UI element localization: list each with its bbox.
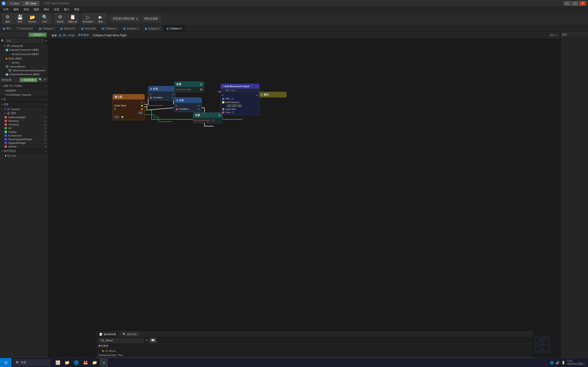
component-search-input[interactable] [5, 39, 44, 43]
bp-canvas[interactable]: 输入值 ▷ Scale Value A [48, 39, 561, 367]
node-input-value[interactable]: 输入值 ▷ Scale Value A [112, 94, 145, 120]
tab-collapse-c-5[interactable]: ◈ Collapse C [164, 25, 185, 31]
macros-header[interactable]: ▾ 宏 + [0, 97, 48, 102]
simulation-button[interactable]: ▷ Simulation [82, 13, 94, 24]
var-show-upgrade-widget[interactable]: ShowUpgradeWidget ⊞ [0, 137, 48, 141]
add-new-button[interactable]: + 添加新项 ▾ [19, 78, 38, 82]
var-is-dead[interactable]: IsDead ⊞ [0, 145, 48, 148]
var-upgrade-widget[interactable]: UpgradeWidget ⊞ [0, 141, 48, 145]
menu-assets[interactable]: 资源 [21, 7, 31, 12]
taskbar-app-4[interactable]: 🦊 [81, 359, 90, 367]
character-movement[interactable]: ⬤ CharacterMovement (继承) [0, 72, 48, 77]
play-button[interactable]: ▶ 播放 [95, 13, 106, 24]
menu-settings[interactable]: 设置 [52, 7, 61, 12]
functions-add-icon[interactable]: + [45, 85, 47, 87]
tab-show-wid[interactable]: ◈ Show Wid [78, 25, 99, 31]
class-settings-button[interactable]: ⚙ 类设置 [54, 13, 66, 24]
var-hp[interactable]: HP ⊞ [0, 126, 48, 130]
taskbar-app-1[interactable]: 🪟 [54, 359, 62, 367]
add-component-button[interactable]: + 添加组件 ▾ [28, 33, 47, 37]
tab-find-results[interactable]: 🔍 查找结果 [120, 332, 140, 337]
var-throwing[interactable]: Throwing ⊞ [0, 123, 48, 126]
node-set-2[interactable]: 设置 ▷ Bis Moving Right [193, 112, 223, 123]
menu-help[interactable]: 帮助 [72, 7, 82, 12]
find-button[interactable]: 🔍 Find [39, 13, 51, 24]
tab-viewport[interactable]: ◈ 视口 [0, 25, 14, 31]
tab-attack-fur[interactable]: ◈ Attack Fur [57, 25, 78, 31]
result-ce-attack-1[interactable]: ◆ CE Attack [96, 349, 533, 353]
minimize-button[interactable]: ─ [564, 1, 571, 6]
functions-header[interactable]: ▾ 函数 (30 可重载) + [0, 83, 48, 89]
world-dir-z[interactable]: 0.0 [237, 104, 242, 107]
node-output[interactable]: ▷ 输出 [259, 92, 287, 98]
taskbar-app-5[interactable]: 📁 [90, 359, 99, 367]
func-build-script[interactable]: f 构建脚本 [0, 89, 48, 93]
tab-construction[interactable]: f Construction [14, 25, 36, 31]
tab-bp-ninja[interactable]: BP_Ninja [23, 1, 39, 6]
sprite-component[interactable]: ◆ Sprite (继承) [0, 56, 48, 61]
search-icon-bp[interactable]: 🔍 [39, 78, 43, 82]
class-defaults-button[interactable]: 📋 类默认值 [67, 13, 78, 24]
forward-button[interactable]: ▶ [55, 33, 57, 37]
capsule-component[interactable]: ⬤ CapsuleComponent (继承) [0, 48, 48, 52]
var-chakra[interactable]: Chakra ⊞ [0, 130, 48, 134]
debug-filter-button[interactable]: 调试过滤器 [142, 16, 161, 22]
event-add-icon[interactable]: + [45, 150, 47, 152]
node-branch-1[interactable]: ◈ 分支 ▷ ▷ Condition ▷ [148, 86, 176, 100]
arrow1-component[interactable]: → Arrow1 [0, 61, 48, 65]
float-value[interactable]: 0.0 [115, 116, 118, 118]
start-button[interactable]: ⊞ [0, 358, 11, 367]
compile-button[interactable]: ⚙ 编译 [2, 13, 13, 24]
browse-button[interactable]: 📂 Browse [27, 13, 38, 24]
var-bis-moving-right[interactable]: bisMovingRight ⊞ [0, 115, 48, 119]
node-add-movement[interactable]: f Add Movement Input 调用 Pawn ▷ ▷ 目标 self [221, 84, 259, 115]
camera-boom[interactable]: 📷 CameraBoom [0, 65, 48, 68]
menu-window[interactable]: 窗口 [61, 7, 72, 12]
menu-debug[interactable]: 调试 [41, 7, 52, 12]
taskbar-app-2[interactable]: 📁 [63, 359, 71, 367]
var-attacking[interactable]: Attacking ⊞ [0, 119, 48, 123]
func-show-widget[interactable]: f ShowWidget_Upgrade [0, 93, 48, 97]
save-button[interactable]: 💾 Save [14, 13, 26, 24]
back-button[interactable]: ◀ [51, 33, 54, 37]
arrow-component[interactable]: → ArrowComponent (继承) [0, 52, 48, 56]
a2-value[interactable]: 0.5 [139, 112, 142, 114]
var-kunai-count[interactable]: KunaiCount ⊞ [0, 134, 48, 137]
menu-file[interactable]: 文件 [1, 7, 11, 12]
force-checkbox[interactable] [233, 111, 234, 113]
tab-compiler-results[interactable]: 📝 编译器结果 [96, 332, 119, 337]
maximize-button[interactable]: □ [571, 1, 578, 6]
world-dir-y[interactable]: 0.0 [232, 104, 237, 107]
macros-add-icon[interactable]: + [45, 98, 47, 101]
tab-ui-main[interactable]: UI_Main [7, 1, 22, 6]
event-ed-die[interactable]: ◆ ED_Die [0, 154, 48, 158]
debug-object-dropdown[interactable]: 没有选中调试对象 ▾ [110, 16, 140, 22]
find-search-input[interactable] [98, 338, 144, 342]
node-set-1[interactable]: 设置 ▷ Bis Moving Right [174, 81, 204, 92]
tab-collapse-c-1[interactable]: ◈ Collapse C [36, 25, 58, 31]
tab-collapse-c-4[interactable]: ◈ Collapse C [142, 25, 164, 31]
menu-edit[interactable]: 编辑 [11, 7, 21, 12]
clear-search-button[interactable]: ✕ [146, 339, 148, 342]
taskbar-search[interactable]: 🔍 搜索 [13, 359, 50, 366]
taskbar-app-3[interactable]: 🌐 [72, 359, 80, 367]
tab-collapse-c-3[interactable]: ◈ Collapse C [120, 25, 142, 31]
variables-header[interactable]: ▾ 变量 + [0, 102, 48, 107]
sideview-camera[interactable]: 📷 SideViewCameraComponent [0, 68, 48, 72]
eye-icon[interactable]: 👁 [43, 78, 47, 82]
event-dispatchers-header[interactable]: ▾ 事件调度器 + [0, 148, 48, 154]
canvas-area[interactable]: ◀ ▶ ⊞ BP_Ninja › 事件图表 › Collapse Graph M… [48, 32, 561, 367]
close-button[interactable]: ✕ [579, 1, 586, 6]
bookmark-button[interactable]: 📖 [150, 338, 156, 342]
breadcrumb-event-graph[interactable]: 事件图表 [78, 33, 89, 37]
world-dir-x[interactable]: 1.0 [227, 104, 232, 107]
tab-collapse-c-2[interactable]: ◈ Collapse C [99, 25, 120, 31]
variables-add-icon[interactable]: + [45, 103, 47, 106]
breadcrumb-bp-ninja[interactable]: BP_Ninja [63, 34, 74, 37]
self-node[interactable]: ⬡ BP_Ninja(self) [0, 44, 48, 48]
menu-view[interactable]: 视图 [31, 7, 41, 12]
taskbar-app-ue[interactable]: U [100, 359, 108, 367]
var-camera-group[interactable]: ▾ Camera [0, 107, 48, 111]
var-components-group[interactable]: ▸ 组件 [0, 111, 48, 115]
node-branch-2[interactable]: ◈ 分支 ▷ ▷ Condition ▷ [174, 98, 202, 112]
